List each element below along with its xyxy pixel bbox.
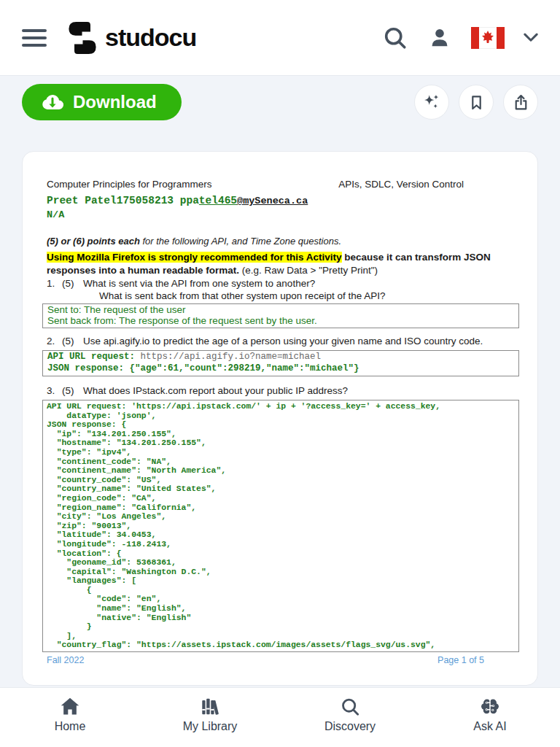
- canada-flag-icon[interactable]: [471, 27, 505, 49]
- answer-3-code: API URL request: 'https://api.ipstack.co…: [47, 402, 515, 650]
- question-1-points: (5): [62, 279, 83, 301]
- books-icon: [199, 697, 221, 716]
- nav-label-discovery: Discovery: [324, 720, 376, 733]
- home-icon: [59, 697, 81, 716]
- nav-item-my-library[interactable]: My Library: [140, 688, 280, 747]
- firefox-note-highlight: Using Mozilla Firefox is strongly recomm…: [47, 252, 342, 263]
- question-1-line1: What is sent via the API from one system…: [83, 279, 513, 289]
- person-icon[interactable]: [427, 26, 452, 50]
- bookmark-icon: [467, 93, 486, 112]
- action-row: Download: [22, 84, 538, 120]
- question-2-points: (5): [62, 336, 83, 347]
- studocu-logo-icon: [67, 21, 98, 55]
- firefox-note-normal: (e.g. Raw Data > "Pretty Print"): [239, 265, 378, 276]
- question-3-points: (5): [62, 386, 83, 396]
- answer-2-line2: JSON response: {"age":61,"count":298219,…: [47, 363, 514, 375]
- author-email-domain[interactable]: @mySeneca.ca: [237, 196, 308, 206]
- nav-item-discovery[interactable]: Discovery: [280, 688, 420, 747]
- chevron-down-icon[interactable]: [524, 33, 538, 42]
- top-bar: studocu: [0, 0, 560, 76]
- question-1: 1. (5) What is sent via the API from one…: [47, 279, 513, 301]
- document-header-row: Computer Principles for Programmers APIs…: [47, 178, 513, 190]
- ai-assistant-button[interactable]: [414, 85, 449, 120]
- points-note: (5) or (6) points each for the following…: [47, 235, 513, 247]
- answer-2-url: https://api.agify.io?name=michael: [141, 352, 322, 362]
- share-icon: [512, 93, 530, 112]
- brand-wordmark: studocu: [105, 23, 196, 52]
- author-name-id: Preet Patel175058213: [47, 195, 174, 206]
- author-line: Preet Patel175058213 ppatel465@mySeneca.…: [47, 194, 513, 208]
- question-2: 2. (5) Use api.agify.io to predict the a…: [47, 336, 513, 347]
- share-button[interactable]: [503, 85, 538, 120]
- question-2-number: 2.: [47, 336, 62, 347]
- brain-circuit-icon: [479, 697, 501, 716]
- nav-label-my-library: My Library: [183, 720, 238, 733]
- bottom-nav: Home My Library Di: [0, 687, 560, 747]
- question-1-line2: What is sent back from that other system…: [99, 291, 513, 301]
- download-button[interactable]: Download: [22, 84, 182, 120]
- firefox-note: Using Mozilla Firefox is strongly recomm…: [47, 251, 513, 276]
- answer-1-line2: Sent back from: The response of the requ…: [47, 316, 514, 327]
- author-email-underlined: tel465: [199, 195, 237, 206]
- sparkles-icon: [422, 93, 441, 112]
- nav-item-home[interactable]: Home: [0, 688, 140, 747]
- question-3-line1: What does IPstack.com report about your …: [83, 386, 513, 396]
- question-2-line1: Use api.agify.io to predict the age of a…: [83, 336, 513, 347]
- search-icon[interactable]: [382, 25, 408, 51]
- answer-box-1: Sent to: The request of the user Sent ba…: [42, 303, 519, 328]
- question-3: 3. (5) What does IPstack.com report abou…: [47, 386, 513, 396]
- footer-term: Fall 2022: [47, 654, 84, 666]
- cloud-download-icon: [41, 93, 64, 112]
- assignment-title: APIs, SDLC, Version Control: [338, 178, 464, 190]
- question-3-number: 3.: [47, 386, 62, 396]
- download-button-label: Download: [73, 92, 157, 112]
- answer-2-line1: API URL request: https://api.agify.io?na…: [47, 352, 514, 363]
- studocu-logo[interactable]: studocu: [67, 21, 196, 55]
- answer-1-line1: Sent to: The request of the user: [47, 305, 514, 316]
- bookmark-button[interactable]: [459, 85, 494, 120]
- answer-box-3: API URL request: 'https://api.ipstack.co…: [42, 400, 519, 652]
- answer-2-label: API URL request:: [47, 352, 141, 362]
- document-footer: Fall 2022 Page 1 of 5: [47, 654, 513, 666]
- nav-label-home: Home: [55, 720, 86, 733]
- footer-page-number: Page 1 of 5: [438, 654, 484, 666]
- hamburger-menu-icon[interactable]: [22, 29, 47, 47]
- author-email-prefix: ppa: [174, 195, 199, 206]
- document-page: Computer Principles for Programmers APIs…: [22, 151, 538, 686]
- points-note-bold: (5) or (6) points each: [47, 236, 140, 247]
- course-title: Computer Principles for Programmers: [47, 178, 212, 190]
- nav-item-ask-ai[interactable]: Ask AI: [420, 688, 560, 747]
- question-1-number: 1.: [47, 279, 62, 301]
- answer-box-2: API URL request: https://api.agify.io?na…: [42, 350, 519, 376]
- na-line: N/A: [47, 209, 513, 221]
- points-note-rest: for the following API, and Time Zone que…: [140, 236, 341, 247]
- nav-label-ask-ai: Ask AI: [473, 720, 506, 733]
- magnifier-icon: [340, 697, 360, 716]
- app-root: studocu: [0, 0, 560, 747]
